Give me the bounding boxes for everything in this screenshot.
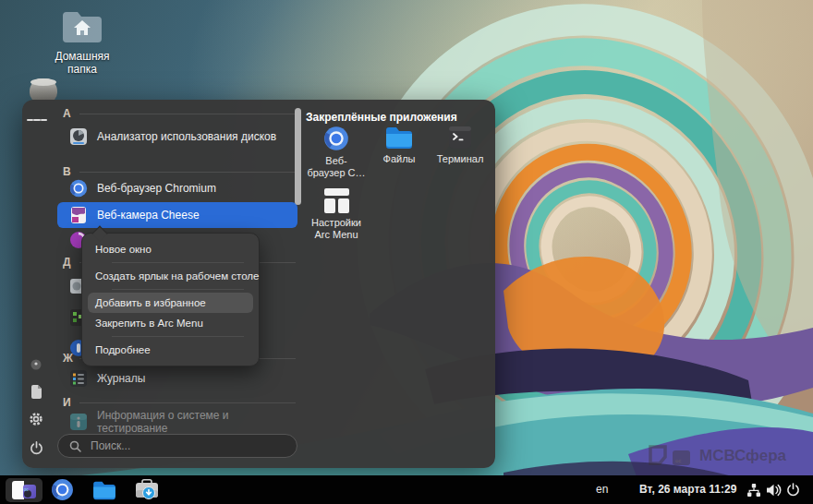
watermark-text: МСВСфера [699, 447, 786, 465]
user-avatar-button[interactable] [26, 354, 46, 375]
desktop-home-folder[interactable]: Домашняя папка [48, 7, 116, 77]
app-item-disk-analyzer[interactable]: Анализатор использования дисков [57, 124, 297, 150]
power-button[interactable] [26, 438, 46, 458]
distro-watermark: ос МСВСфера [647, 443, 786, 469]
distro-logo-os-text: ос [675, 458, 681, 463]
documents-button[interactable] [26, 381, 46, 402]
context-divider [112, 336, 244, 337]
volume-icon[interactable] [766, 483, 782, 498]
pinned-app-label: Файлы [383, 153, 416, 165]
context-divider [112, 262, 244, 263]
app-item-chromium[interactable]: Веб-браузер Chromium [57, 175, 297, 201]
app-label: Информация о системе и тестирование [97, 409, 297, 435]
context-item-pin-to-arcmenu[interactable]: Закрепить в Arc Menu [82, 313, 259, 333]
pinned-app-label: Терминал [437, 153, 484, 165]
gear-icon [29, 412, 43, 426]
chromium-icon [69, 179, 88, 198]
taskbar-chromium-icon[interactable] [51, 478, 74, 501]
section-letter-i: И [63, 396, 71, 409]
avatar-icon [30, 359, 42, 370]
power-icon[interactable] [786, 483, 800, 497]
pinned-app-terminal[interactable]: Терминал [431, 126, 490, 165]
section-letter-zh: Ж [63, 352, 73, 365]
taskbar-clock[interactable]: Вт, 26 марта 11:29 [639, 475, 736, 504]
section-letter-d: Д [63, 256, 71, 269]
pinned-app-files[interactable]: Файлы [370, 126, 429, 165]
section-divider [79, 114, 296, 114]
power-icon [30, 441, 43, 455]
pinned-apps-header: Закреплённые приложения [306, 111, 457, 124]
app-item-system-info[interactable]: Информация о системе и тестирование [57, 409, 297, 435]
chromium-icon [323, 126, 349, 151]
distro-logo-os-text: ос [24, 486, 29, 492]
journals-icon [69, 369, 88, 388]
taskbar-files-icon[interactable] [92, 480, 116, 500]
app-label: Анализатор использования дисков [97, 130, 276, 143]
app-label: Веб-камера Cheese [97, 209, 200, 222]
app-label: Веб-браузер Chromium [97, 182, 216, 195]
taskbar-menu-button[interactable]: ос [6, 478, 42, 502]
app-label: Журналы [97, 372, 145, 385]
pinned-app-label: Настройки Arc Menu [311, 217, 361, 241]
hamburger-menu-button[interactable] [27, 110, 47, 130]
app-list-scrollbar[interactable] [295, 108, 301, 205]
search-input[interactable] [89, 438, 285, 453]
pinned-app-label: Веб- браузер C… [307, 155, 365, 179]
taskbar: ос en Вт, 26 марта 11:29 [0, 475, 813, 504]
app-context-menu: Новое окно Создать ярлык на рабочем стол… [81, 233, 260, 366]
context-item-create-shortcut[interactable]: Создать ярлык на рабочем столе [82, 266, 259, 286]
context-item-new-window[interactable]: Новое окно [82, 239, 259, 259]
home-folder-label: Домашняя папка [48, 50, 116, 77]
pinned-app-chromium[interactable]: Веб- браузер C… [307, 126, 366, 179]
settings-gear-button[interactable] [26, 409, 46, 429]
cheese-icon [69, 206, 88, 224]
system-info-icon [69, 413, 88, 431]
files-folder-icon [385, 126, 413, 150]
arcmenu-settings-icon [324, 188, 349, 213]
home-folder-icon [61, 7, 103, 44]
terminal-icon [448, 126, 472, 150]
document-icon [30, 385, 42, 399]
section-divider [79, 402, 296, 403]
disk-analyzer-icon [69, 127, 88, 146]
pinned-app-arcmenu-settings[interactable]: Настройки Arc Menu [307, 188, 366, 241]
taskbar-software-center-icon[interactable] [135, 479, 159, 501]
context-item-add-to-favorites[interactable]: Добавить в избранное [88, 293, 253, 313]
distro-logo-icon [647, 443, 695, 469]
network-icon[interactable] [746, 483, 761, 498]
search-box[interactable] [57, 434, 297, 458]
context-item-details[interactable]: Подробнее [82, 340, 259, 360]
search-icon [69, 440, 81, 452]
section-letter-a: А [63, 107, 71, 120]
context-divider [112, 289, 244, 290]
app-item-cheese-selected[interactable]: Веб-камера Cheese [57, 202, 297, 228]
keyboard-layout-indicator[interactable]: en [596, 475, 608, 504]
section-divider [79, 172, 296, 173]
app-item-journals[interactable]: Журналы [57, 366, 297, 391]
